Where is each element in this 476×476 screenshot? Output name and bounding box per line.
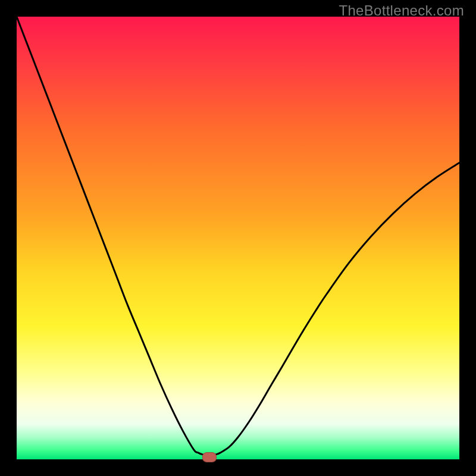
chart-frame: TheBottleneck.com [0, 0, 476, 476]
curve-svg [17, 17, 459, 459]
watermark-text: TheBottleneck.com [339, 2, 464, 19]
optimal-point-marker [202, 452, 217, 462]
bottleneck-curve [17, 17, 459, 456]
